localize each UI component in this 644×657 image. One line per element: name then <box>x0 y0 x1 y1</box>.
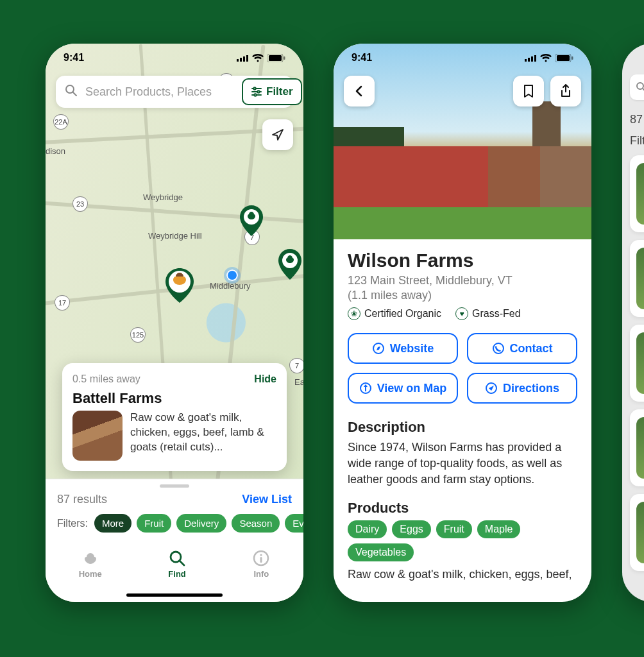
view-on-map-button[interactable]: View on Map <box>348 373 458 404</box>
search-bar: Filter <box>56 76 293 108</box>
locate-button[interactable] <box>262 119 293 150</box>
list-item[interactable]: Pr <box>630 240 644 317</box>
place-distance: (1.1 miles away) <box>348 289 577 302</box>
map-label: dison <box>46 146 65 156</box>
route-badge: 22A <box>53 114 69 130</box>
filters-label: Filters: <box>57 518 88 529</box>
badge-grassfed: ♥Grass-Fed <box>455 307 521 320</box>
directions-icon <box>485 382 498 395</box>
grass-icon: ♥ <box>455 307 468 320</box>
svg-line-15 <box>180 561 184 565</box>
filter-chip[interactable]: Events <box>285 514 303 533</box>
map-label: Middlebury <box>210 281 251 291</box>
status-bar: 9:41 <box>46 44 303 72</box>
view-list-button[interactable]: View List <box>242 493 292 506</box>
share-button[interactable] <box>550 76 581 107</box>
wifi-icon <box>540 54 552 62</box>
filter-icon <box>251 86 262 98</box>
sheet-handle[interactable] <box>160 484 189 488</box>
info-icon <box>252 549 270 567</box>
tab-bar: Home Find Info <box>46 539 303 593</box>
preview-distance: 0.5 miles away <box>72 373 140 385</box>
list-item[interactable]: Pr <box>630 409 644 486</box>
svg-marker-26 <box>364 384 368 387</box>
product-tag[interactable]: Dairy <box>348 520 387 538</box>
map-label: Weybridge Hill <box>148 231 202 241</box>
status-time: 9:41 <box>64 52 84 64</box>
directions-button[interactable]: Directions <box>467 373 577 404</box>
filter-chip-more[interactable]: More <box>94 514 131 533</box>
results-sheet[interactable]: 87 results View List Filters: More Fruit… <box>46 479 303 602</box>
filter-label: Filter <box>266 85 293 98</box>
route-badge: 125 <box>130 327 146 343</box>
map-pin-selected[interactable] <box>164 267 196 304</box>
route-badge: 17 <box>55 295 70 311</box>
list-thumbnail <box>636 332 644 394</box>
place-address: 123 Main Street, Middlebury, VT <box>348 274 577 287</box>
filters-label: Filt <box>630 134 644 148</box>
svg-point-17 <box>260 554 262 556</box>
status-bar: 9:41 <box>334 44 591 72</box>
tab-find[interactable]: Find <box>168 549 186 579</box>
search-icon <box>168 549 186 567</box>
preview-thumbnail <box>72 411 123 461</box>
acorn-icon <box>81 549 99 567</box>
tab-home[interactable]: Home <box>79 549 102 579</box>
filter-chip[interactable]: Delivery <box>176 514 226 533</box>
home-indicator <box>126 593 223 597</box>
svg-rect-4 <box>269 55 282 61</box>
product-tag-row: Dairy Eggs Fruit Maple Vegetables <box>348 520 577 561</box>
list-item[interactable]: Pr <box>630 494 644 571</box>
product-tag[interactable]: Vegetables <box>348 543 414 561</box>
list-thumbnail <box>636 248 644 309</box>
product-tag[interactable]: Maple <box>477 520 521 538</box>
filter-chip[interactable]: Fruit <box>137 514 171 533</box>
route-badge: 7 <box>289 358 303 373</box>
map-screen: 7 22A 23 7 17 125 7 dison Weybridge Weyb… <box>46 44 303 602</box>
preview-description: Raw cow & goat's milk, chicken, eggs, be… <box>130 411 276 461</box>
results-count: 87 results <box>57 493 107 506</box>
map-pin[interactable] <box>238 204 265 237</box>
map-pin[interactable] <box>276 248 303 281</box>
back-button[interactable] <box>344 76 375 107</box>
list-thumbnail <box>636 502 644 563</box>
place-preview-card[interactable]: 0.5 miles away Hide Battell Farms Raw co… <box>62 363 287 471</box>
svg-point-23 <box>493 343 504 354</box>
chevron-left-icon <box>353 85 365 97</box>
svg-point-12 <box>257 90 259 92</box>
tab-info[interactable]: Info <box>252 549 270 579</box>
contact-button[interactable]: Contact <box>467 333 577 364</box>
search-input[interactable] <box>84 85 235 99</box>
products-text: Raw cow & goat's milk, chicken, eggs, be… <box>348 567 577 583</box>
list-thumbnail <box>636 163 644 225</box>
filter-chip-row: Filters: More Fruit Delivery Season Even… <box>46 508 303 539</box>
battery-icon <box>555 54 573 62</box>
search-icon <box>636 82 644 92</box>
product-tag[interactable]: Eggs <box>392 520 430 538</box>
svg-point-28 <box>637 83 643 89</box>
website-button[interactable]: Website <box>348 333 458 364</box>
route-badge: 23 <box>72 196 88 212</box>
search-bar[interactable] <box>630 74 644 100</box>
filter-button[interactable]: Filter <box>242 78 302 105</box>
bookmark-button[interactable] <box>513 76 544 107</box>
map-icon <box>359 382 372 395</box>
bookmark-icon <box>522 84 535 98</box>
description-heading: Description <box>348 419 577 436</box>
status-time: 9:41 <box>352 52 372 64</box>
list-item[interactable]: Pr <box>630 325 644 402</box>
wifi-icon <box>252 54 264 62</box>
description-text: Since 1974, Wilson Farms has provided a … <box>348 439 577 488</box>
svg-point-6 <box>66 85 74 93</box>
svg-point-11 <box>253 87 255 89</box>
product-tag[interactable]: Fruit <box>436 520 472 538</box>
preview-hide-button[interactable]: Hide <box>254 373 276 385</box>
battery-icon <box>267 54 285 62</box>
list-item[interactable]: Pr <box>630 155 644 232</box>
filter-chip[interactable]: Season <box>232 514 280 533</box>
hero-image: 9:41 <box>334 44 591 239</box>
results-count: 87 <box>630 113 644 126</box>
list-thumbnail <box>636 417 644 479</box>
compass-icon <box>372 342 385 355</box>
svg-rect-20 <box>557 55 570 61</box>
